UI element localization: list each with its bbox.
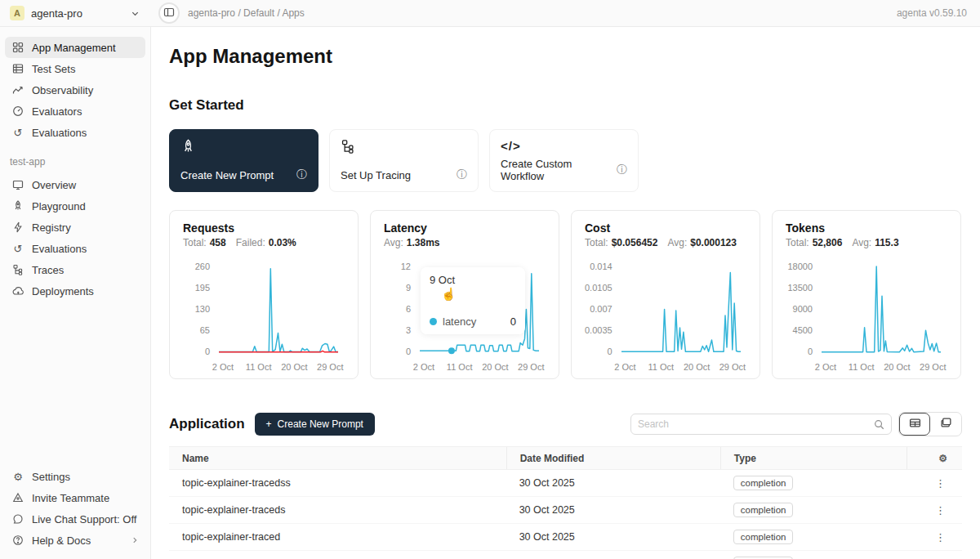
requests-line-chart[interactable] <box>216 260 345 356</box>
sidebar-item-playground[interactable]: Playground <box>5 195 145 217</box>
app-name: topic-explainer-tracedss <box>169 477 506 489</box>
row-menu-icon[interactable]: ⋮ <box>906 477 962 490</box>
sidebar-item-label: Registry <box>32 221 71 234</box>
get-started-cards: Create New Prompt ⓘ Set Up Tracing ⓘ </> <box>169 129 962 192</box>
y-tick: 0 <box>205 347 210 356</box>
metric-stats: Avg:1.38ms <box>384 237 546 248</box>
sidebar-item-help-docs[interactable]: Help & Docs <box>5 530 145 551</box>
sidebar-item-label: Traces <box>32 264 64 276</box>
card-view-button[interactable] <box>930 413 961 436</box>
x-tick: 20 Oct <box>884 362 910 372</box>
x-tick: 20 Oct <box>684 362 710 372</box>
metric-stat: Total:52,806 <box>786 237 842 248</box>
sidebar-item-label: Evaluations <box>32 127 87 139</box>
type-badge: completion <box>733 476 794 490</box>
application-title: Application <box>169 416 245 432</box>
table-row[interactable]: topic-explainer-traced 30 Oct 2025 compl… <box>169 524 962 551</box>
sidebar-item-label: Playground <box>32 200 86 212</box>
column-header-date-modified[interactable]: Date Modified <box>506 447 720 469</box>
metric-stat: Avg:1.38ms <box>384 237 440 248</box>
topbar: A agenta-pro agenta-pro / Default / Apps… <box>0 0 980 27</box>
chevron-down-icon <box>131 9 140 18</box>
create-new-prompt-button[interactable]: + Create New Prompt <box>255 413 375 436</box>
y-axis-ticks: 1800013500900045000 <box>786 260 818 356</box>
metric-title: Tokens <box>786 221 947 235</box>
sidebar-item-label: Evaluations <box>32 243 87 255</box>
tokens-series <box>822 266 941 352</box>
sidebar-item-label: Test Sets <box>32 63 75 75</box>
set-up-tracing-card[interactable]: Set Up Tracing ⓘ <box>329 129 479 192</box>
metric-stats: Total:$0.056452Avg:$0.000123 <box>585 237 746 248</box>
info-icon[interactable]: ⓘ <box>457 168 467 182</box>
sidebar-item-label: Invite Teammate <box>32 492 109 504</box>
sidebar-item-settings[interactable]: ⚙ Settings <box>5 466 145 487</box>
breadcrumb[interactable]: agenta-pro / Default / Apps <box>188 7 305 19</box>
button-label: Create New Prompt <box>278 418 363 430</box>
tokens-line-chart[interactable] <box>818 260 947 356</box>
stat-value: $0.056452 <box>612 237 658 248</box>
sidebar-item-deployments[interactable]: Deployments <box>5 280 145 302</box>
sidebar-item-test-sets[interactable]: Test Sets <box>5 58 145 79</box>
cursor-pointer-icon: ☝ <box>441 287 516 302</box>
x-tick: 11 Oct <box>849 362 875 372</box>
table-row[interactable]: career-assessment 27 Oct 2025 completion… <box>169 551 962 559</box>
workspace-selector[interactable]: A agenta-pro <box>0 6 151 20</box>
search-box <box>630 414 892 435</box>
sidebar-item-live-chat[interactable]: Live Chat Support: Off <box>5 508 145 530</box>
y-tick: 4500 <box>793 325 813 335</box>
plot: 2 Oct11 Oct20 Oct29 Oct <box>618 260 747 374</box>
sidebar-item-traces[interactable]: Traces <box>5 259 145 280</box>
row-menu-icon[interactable]: ⋮ <box>906 531 962 543</box>
x-tick: 2 Oct <box>815 362 836 372</box>
stat-label: Total: <box>183 237 207 248</box>
app-name: topic-explainer-traceds <box>169 504 506 516</box>
sidebar-item-overview[interactable]: Overview <box>5 174 145 195</box>
table-view-button[interactable] <box>899 413 930 436</box>
column-settings-gear-icon[interactable]: ⚙ <box>906 447 962 469</box>
sidebar-item-evaluations-app[interactable]: ↺ Evaluations <box>5 238 145 259</box>
stat-label: Failed: <box>236 237 265 248</box>
search-icon[interactable] <box>874 419 884 430</box>
table-icon <box>11 63 24 74</box>
sidebar-item-registry[interactable]: Registry <box>5 217 145 238</box>
stat-value: 52,806 <box>813 237 843 248</box>
search-input[interactable] <box>638 418 874 430</box>
x-tick: 11 Oct <box>246 362 272 372</box>
sidebar-item-evaluations[interactable]: ↺ Evaluations <box>5 122 145 143</box>
create-custom-workflow-card[interactable]: </> Create Custom Workflow ⓘ <box>489 129 639 192</box>
workspace-avatar: A <box>10 6 24 20</box>
y-tick: 9000 <box>793 304 813 314</box>
sidebar-item-invite-teammate[interactable]: Invite Teammate <box>5 487 145 508</box>
create-new-prompt-card[interactable]: Create New Prompt ⓘ <box>169 129 318 192</box>
y-axis-ticks: 129630 <box>384 260 416 356</box>
y-tick: 0.014 <box>590 262 612 271</box>
sidebar-item-evaluators[interactable]: Evaluators <box>5 101 145 122</box>
y-tick: 65 <box>200 325 210 335</box>
x-tick: 29 Oct <box>920 362 946 372</box>
rocket-icon <box>180 139 307 154</box>
cost-line-chart[interactable] <box>618 260 747 356</box>
metric-title: Requests <box>183 221 345 235</box>
x-tick: 20 Oct <box>281 362 307 372</box>
sidebar-item-observability[interactable]: Observability <box>5 79 145 101</box>
rotate-icon: ↺ <box>11 243 24 255</box>
workspace-name: agenta-pro <box>31 7 124 20</box>
info-icon[interactable]: ⓘ <box>296 168 307 182</box>
plot: 2 Oct11 Oct20 Oct29 Oct <box>216 260 345 374</box>
get-started-title: Get Started <box>169 97 962 114</box>
plus-icon: + <box>266 418 272 430</box>
sidebar-collapse-button[interactable] <box>158 2 180 24</box>
metric-stat: Avg:115.3 <box>852 237 898 248</box>
column-header-type[interactable]: Type <box>720 447 906 469</box>
table-row[interactable]: topic-explainer-tracedss 30 Oct 2025 com… <box>169 470 962 497</box>
table-row[interactable]: topic-explainer-traceds 30 Oct 2025 comp… <box>169 497 962 524</box>
table-view-icon <box>909 417 921 432</box>
card-label: Create Custom Workflow <box>501 158 617 182</box>
row-menu-icon[interactable]: ⋮ <box>906 504 962 517</box>
column-header-name[interactable]: Name <box>169 447 506 469</box>
info-icon[interactable]: ⓘ <box>617 163 627 177</box>
sidebar-item-app-management[interactable]: App Management <box>5 37 145 58</box>
sidebar-item-label: Evaluators <box>32 105 82 118</box>
bolt-icon <box>11 221 24 233</box>
x-tick: 11 Oct <box>447 362 473 372</box>
